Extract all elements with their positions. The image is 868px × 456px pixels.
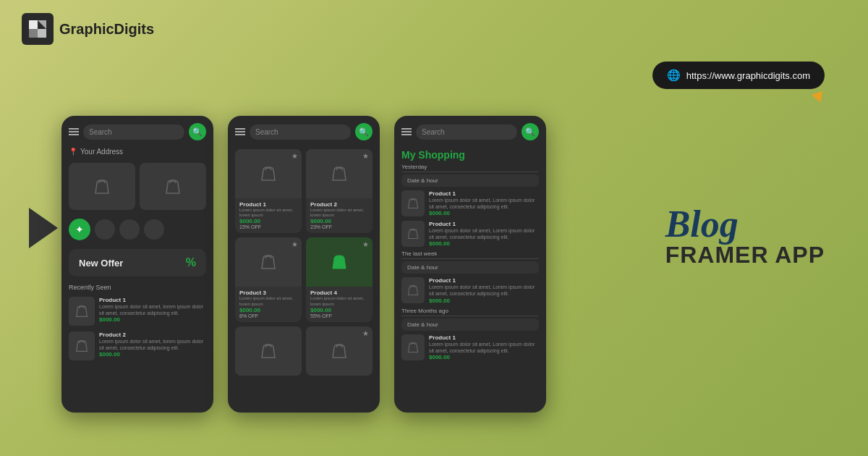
grid-bag-6 bbox=[331, 342, 347, 360]
grid-item-2[interactable]: ★ Product 2 Lorem ipsum dolor sit amet, … bbox=[306, 149, 373, 233]
phone2-bottom-grid: ★ bbox=[228, 326, 380, 376]
search-btn-3[interactable]: 🔍 bbox=[522, 123, 539, 140]
grid-bag-2 bbox=[331, 164, 347, 183]
grid-bag-4-green bbox=[331, 253, 347, 271]
header: GraphicDigits bbox=[22, 13, 154, 45]
date-hour-bar-3: Date & hour bbox=[401, 318, 539, 331]
search-bar-3[interactable]: Search bbox=[416, 124, 517, 140]
percent-icon: % bbox=[186, 256, 196, 269]
hamburger-menu-1[interactable] bbox=[69, 128, 79, 135]
grid-info-1: Product 1 Lorem ipsum dolor sit amet, lo… bbox=[235, 198, 302, 233]
phone-2-header: Search 🔍 bbox=[228, 116, 380, 145]
product-thumb-1 bbox=[69, 163, 135, 210]
grid-product-desc-1: Lorem ipsum dolor sit amet, lorem ipsum bbox=[239, 208, 297, 218]
search-placeholder-1: Search bbox=[89, 128, 112, 136]
date-hour-bar-2: Date & hour bbox=[401, 261, 539, 274]
hist-price-1: $000.00 bbox=[429, 210, 539, 216]
product-price-2: $000.00 bbox=[99, 351, 206, 358]
yesterday-label: Yesterday bbox=[394, 162, 546, 172]
hist-desc-4: Lorem ipsum dolor sit amet, Lorem ipsum … bbox=[429, 341, 539, 354]
address-label: Your Address bbox=[80, 148, 123, 156]
star-icon-6: ★ bbox=[362, 329, 369, 337]
grid-item-1[interactable]: ★ Product 1 Lorem ipsum dolor sit amet, … bbox=[235, 149, 302, 233]
date-hour-bar-1: Date & hour bbox=[401, 174, 539, 187]
grid-product-off-4: 55% OFF bbox=[310, 313, 368, 318]
grid-info-4: Product 4 Lorem ipsum dolor sit amet, lo… bbox=[306, 287, 373, 321]
search-placeholder-2: Search bbox=[255, 128, 278, 136]
framer-app-text: FRAMER APP bbox=[665, 242, 825, 269]
list-item: Product 2 Lorem ipsum dolor sit amet, lo… bbox=[61, 329, 213, 363]
svg-marker-1 bbox=[29, 20, 38, 29]
product-thumb-2 bbox=[140, 163, 206, 210]
grid-product-off-1: 15% OFF bbox=[239, 224, 297, 229]
new-offer-bar[interactable]: New Offer % bbox=[69, 249, 206, 276]
phone2-product-grid: ★ Product 1 Lorem ipsum dolor sit amet, … bbox=[228, 145, 380, 326]
globe-icon: 🌐 bbox=[667, 69, 681, 82]
grid-product-off-2: 23% OFF bbox=[310, 224, 368, 229]
sparkle-btn[interactable]: ✦ bbox=[69, 219, 90, 240]
hist-bag-1 bbox=[407, 196, 419, 211]
dot-3 bbox=[144, 219, 164, 240]
grid-item-5[interactable] bbox=[235, 326, 302, 376]
my-shopping-title: My Shopping bbox=[394, 145, 546, 162]
grid-item-4[interactable]: ★ Product 4 Lorem ipsum dolor sit amet, … bbox=[306, 237, 373, 321]
hamburger-menu-2[interactable] bbox=[235, 128, 245, 135]
divider-1 bbox=[401, 172, 539, 172]
hist-desc-1: Lorem ipsum dolor sit amet, Lorem ipsum … bbox=[429, 197, 539, 210]
grid-product-off-3: 8% OFF bbox=[239, 313, 297, 318]
divider-3 bbox=[401, 316, 539, 316]
grid-product-name-1: Product 1 bbox=[239, 201, 297, 208]
grid-bag-5 bbox=[260, 342, 276, 360]
logo-text: GraphicDigits bbox=[59, 21, 154, 38]
new-offer-text: New Offer bbox=[79, 258, 123, 269]
search-bar-1[interactable]: Search bbox=[83, 124, 184, 140]
product-name-1: Product 1 bbox=[99, 297, 206, 303]
grid-item-3[interactable]: ★ Product 3 Lorem ipsum dolor sit amet, … bbox=[235, 237, 302, 321]
product-list-thumb-2 bbox=[69, 332, 95, 360]
dot-1 bbox=[95, 219, 115, 240]
history-thumb-1 bbox=[401, 190, 425, 216]
logo-icon bbox=[22, 13, 54, 45]
history-thumb-4 bbox=[401, 334, 425, 360]
svg-marker-3 bbox=[29, 29, 38, 38]
grid-thumb-6: ★ bbox=[306, 326, 373, 376]
grid-product-name-4: Product 4 bbox=[310, 290, 368, 296]
product-info-1: Product 1 Lorem ipsum dolor sit amet, lo… bbox=[99, 297, 206, 323]
search-btn-2[interactable]: 🔍 bbox=[355, 123, 373, 140]
phone1-product-grid bbox=[61, 159, 213, 214]
grid-product-name-2: Product 2 bbox=[310, 201, 368, 208]
grid-product-price-4: $000.00 bbox=[310, 307, 368, 313]
product-list-thumb-1 bbox=[69, 297, 95, 326]
hist-bag-4 bbox=[407, 340, 419, 355]
hist-name-2: Product 1 bbox=[429, 221, 539, 227]
star-icon-2: ★ bbox=[362, 152, 369, 160]
product-info-2: Product 2 Lorem ipsum dolor sit amet, lo… bbox=[99, 332, 206, 358]
hamburger-menu-3[interactable] bbox=[401, 128, 412, 135]
url-bar[interactable]: 🌐 https://www.graphicdigits.com bbox=[652, 62, 825, 89]
product-price-1: $000.00 bbox=[99, 316, 206, 323]
star-icon-4: ★ bbox=[362, 240, 369, 248]
grid-thumb-2: ★ bbox=[306, 149, 373, 198]
grid-bag-1 bbox=[260, 164, 276, 183]
phone-3: Search 🔍 My Shopping Yesterday Date & ho… bbox=[394, 116, 546, 413]
grid-thumb-3: ★ bbox=[235, 237, 302, 287]
hist-info-3: Product 1 Lorem ipsum dolor sit amet, Lo… bbox=[429, 277, 539, 303]
search-bar-2[interactable]: Search bbox=[250, 124, 351, 140]
divider-2 bbox=[401, 258, 539, 259]
last-week-label: The last week bbox=[394, 249, 546, 258]
phones-container: Search 🔍 📍 Your Address ✦ New Offer % R bbox=[61, 116, 546, 413]
history-thumb-3 bbox=[401, 277, 425, 303]
grid-product-desc-4: Lorem ipsum dolor sit amet, lorem ipsum bbox=[310, 296, 368, 306]
product-desc-1: Lorem ipsum dolor sit amet, lorem ipsum … bbox=[99, 303, 206, 316]
cursor-arrow bbox=[812, 91, 826, 105]
grid-info-2: Product 2 Lorem ipsum dolor sit amet, lo… bbox=[306, 198, 373, 233]
hist-info-1: Product 1 Lorem ipsum dolor sit amet, Lo… bbox=[429, 190, 539, 216]
history-item-2: Product 1 Lorem ipsum dolor sit amet, Lo… bbox=[394, 219, 546, 249]
phone-3-header: Search 🔍 bbox=[394, 116, 546, 145]
search-btn-1[interactable]: 🔍 bbox=[189, 123, 206, 140]
grid-item-6[interactable]: ★ bbox=[306, 326, 373, 376]
hist-name-1: Product 1 bbox=[429, 190, 539, 197]
grid-product-name-3: Product 3 bbox=[239, 290, 297, 296]
hist-info-4: Product 1 Lorem ipsum dolor sit amet, Lo… bbox=[429, 334, 539, 360]
grid-info-3: Product 3 Lorem ipsum dolor sit amet, lo… bbox=[235, 287, 302, 321]
